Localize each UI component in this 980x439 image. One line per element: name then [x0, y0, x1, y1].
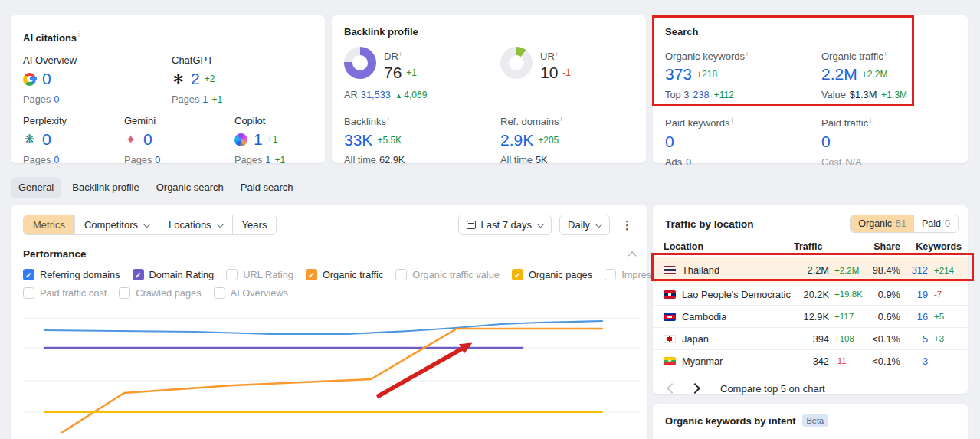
ai-citation-count[interactable]: 0	[42, 70, 51, 88]
checkbox-icon	[306, 269, 317, 280]
organic-traffic-value-link[interactable]: 2.2M	[821, 65, 857, 84]
checkbox-icon	[605, 269, 616, 280]
tab[interactable]: Backlink profile	[66, 177, 145, 198]
traffic-change: +19.8K	[834, 290, 870, 299]
prev-page-button[interactable]	[665, 382, 679, 395]
metric-checkbox-row-2: Paid traffic cost Crawled pages AI Overv…	[11, 280, 647, 299]
ai-citation-count[interactable]: 0	[42, 130, 51, 149]
backlinks-value-link[interactable]: 33K	[344, 131, 372, 149]
organic-keywords-value-link[interactable]: 373	[665, 65, 692, 84]
paid-traffic-value-link[interactable]: 0	[821, 133, 831, 151]
metric-checkbox[interactable]: Organic traffic value	[395, 269, 500, 280]
tab[interactable]: Organic search	[150, 177, 230, 198]
location-name: Myanmar	[682, 355, 723, 367]
next-page-button[interactable]	[688, 382, 702, 395]
checkbox-icon	[23, 287, 34, 299]
filter-segment-button[interactable]: Years	[232, 215, 277, 234]
ur-value: 10	[540, 64, 558, 82]
tab[interactable]: General	[11, 177, 61, 198]
dr-donut-gauge	[344, 47, 376, 79]
metric-checkbox[interactable]: Organic traffic	[306, 269, 383, 280]
dashboard-page: AI citations AI Overview 0 Pages0 C	[0, 0, 980, 439]
checkbox-icon	[119, 287, 130, 299]
metric-checkbox[interactable]: Crawled pages	[119, 287, 201, 299]
metric-checkbox[interactable]: Organic pages	[512, 269, 592, 280]
chevron-down-icon	[143, 220, 151, 228]
metric-checkbox[interactable]: Referring domains	[23, 269, 120, 280]
location-name: Lao People's Democratic Reput	[682, 289, 794, 300]
overview-chart-card: Metrics Competitors Locations Ye	[11, 205, 647, 439]
ads-value-link[interactable]: 0	[686, 156, 691, 168]
traffic-value: 342	[794, 355, 829, 367]
pages-count-link[interactable]: 1	[265, 154, 270, 165]
info-icon	[386, 112, 389, 123]
table-row[interactable]: Cambodia 12.9K +117 0.6% 16 +5	[653, 305, 968, 327]
red-annotation-arrow	[377, 345, 469, 397]
table-row[interactable]: Myanmar 342 -11 <0.1% 3	[653, 349, 968, 372]
granularity-button[interactable]: Daily	[559, 215, 610, 235]
ai-citations-card: AI citations AI Overview 0 Pages0 C	[11, 15, 325, 163]
ref-domains-value-link[interactable]: 2.9K	[500, 131, 533, 149]
country-flag-icon	[664, 313, 676, 321]
keywords-value-link[interactable]: 5	[905, 333, 928, 345]
ai-citations-row-2: Perplexity 0 Pages0 Gemini 0	[23, 115, 313, 165]
ahrefs-rank-row: AR31,5334,069	[344, 89, 500, 100]
organic-toggle-button[interactable]: Organic 51	[851, 215, 914, 232]
checkbox-icon	[214, 287, 225, 299]
location-table-footer: Compare top 5 on chart	[653, 372, 968, 405]
performance-chart[interactable]	[11, 306, 647, 433]
dr-change: +1	[406, 67, 417, 78]
metric-checkbox[interactable]: AI Overviews	[214, 287, 288, 299]
chevron-down-icon	[537, 220, 545, 228]
calendar-icon	[467, 221, 476, 229]
url-rating-block: UR 10-1	[500, 47, 634, 100]
traffic-by-location-card: Traffic by location Organic 51 Paid 0 Lo…	[653, 205, 968, 394]
chart-controls: Metrics Competitors Locations Ye	[11, 205, 647, 235]
keywords-value-link[interactable]: 19	[905, 289, 928, 300]
info-icon	[745, 47, 748, 58]
chevron-down-icon	[216, 220, 224, 228]
paid-keywords-value-link[interactable]: 0	[665, 133, 674, 151]
ai-citation-count[interactable]: 1	[254, 130, 263, 149]
ai-service-name: ChatGPT	[172, 54, 222, 66]
traffic-value: 2.2M	[794, 264, 829, 276]
share-value: <0.1%	[870, 355, 900, 367]
table-row[interactable]: Japan 394 +108 <0.1% 5 +3	[653, 327, 968, 349]
pages-count-link[interactable]: 0	[155, 154, 160, 165]
pages-count-link[interactable]: 0	[54, 154, 59, 165]
paid-toggle-button[interactable]: Paid 0	[914, 215, 958, 232]
keywords-value-link[interactable]: 312	[905, 264, 928, 276]
metric-checkbox[interactable]: Domain Rating	[133, 269, 215, 280]
ai-citation-change: +1	[267, 134, 278, 145]
dr-value: 76	[384, 64, 402, 82]
checkbox-icon	[512, 269, 523, 280]
filter-segment-button[interactable]: Locations	[159, 215, 232, 234]
ai-citation-count[interactable]: 2	[191, 70, 200, 88]
filter-segment-button[interactable]: Competitors	[74, 215, 159, 234]
date-range-button[interactable]: Last 7 days	[458, 215, 552, 235]
share-value: 98.4%	[870, 264, 900, 276]
table-row[interactable]: Lao People's Democratic Reput 20.2K +19.…	[653, 283, 968, 305]
ref-domains-block: Ref. domains 2.9K+205 All time5K	[500, 112, 634, 165]
ar-value-link[interactable]: 31,533	[361, 89, 391, 100]
filter-segment-button[interactable]: Metrics	[24, 215, 74, 234]
pages-count-link[interactable]: 1	[202, 93, 208, 105]
table-row[interactable]: Thailand 2.2M +2.2M 98.4% 312 +214	[653, 257, 968, 283]
metric-checkbox[interactable]: URL Rating	[226, 269, 293, 280]
filter-segmented-control: Metrics Competitors Locations Ye	[23, 215, 277, 235]
metric-checkbox[interactable]: Paid traffic cost	[23, 287, 107, 299]
tab[interactable]: Paid search	[234, 177, 300, 198]
kebab-menu-icon[interactable]	[618, 217, 637, 234]
keywords-value-link[interactable]: 3	[905, 355, 928, 367]
keywords-change: +3	[934, 334, 962, 343]
collapse-chevron-icon[interactable]	[628, 251, 636, 260]
keywords-by-intent-title: Organic keywords by intent	[665, 415, 796, 427]
chevron-down-icon	[595, 220, 603, 228]
ai-service-icon	[172, 73, 185, 86]
keywords-change: +5	[934, 312, 962, 321]
ai-citation-count[interactable]: 0	[143, 130, 152, 149]
pages-count-link[interactable]: 0	[54, 93, 59, 105]
keywords-value-link[interactable]: 16	[905, 311, 928, 323]
top3-value-link[interactable]: 238	[693, 89, 709, 100]
compare-top5-link[interactable]: Compare top 5 on chart	[720, 383, 825, 395]
